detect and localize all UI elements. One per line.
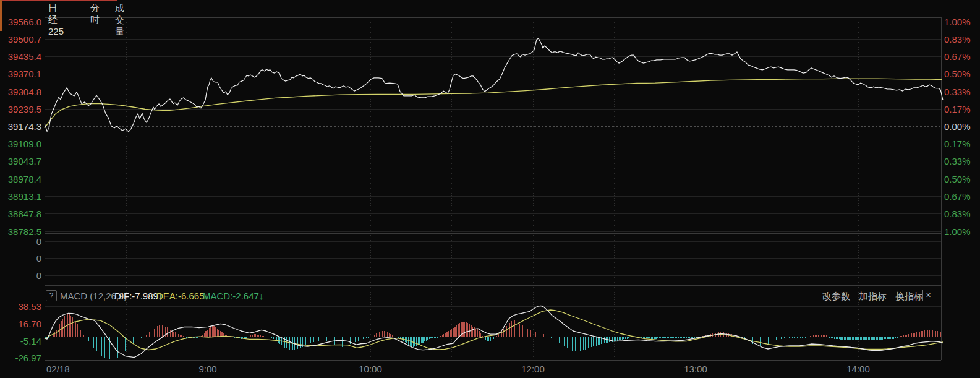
percent-axis-label: 0.83%: [944, 209, 971, 218]
percent-axis-label: 0.50%: [944, 69, 971, 79]
tab-minute-chart[interactable]: 分时: [90, 2, 100, 26]
dea-value-label: DEA:-6.665↓: [156, 291, 209, 301]
time-axis-label: 02/18: [46, 364, 70, 374]
time-axis-label: 9:00: [198, 364, 216, 374]
price-axis-label: 39370.1: [0, 69, 41, 79]
macd-toolbar: 改参数加指标换指标: [822, 291, 932, 303]
switch-indicator-button[interactable]: 换指标: [895, 291, 923, 301]
macd-axis-label: -26.97: [0, 353, 41, 363]
macd-header-bar: ? MACD (12,26,9) DIF:-7.989↓ DEA:-6.665↓…: [0, 286, 980, 304]
percent-axis-label: 0.67%: [944, 192, 971, 201]
percent-axis-label: 0.33%: [944, 157, 971, 166]
time-axis-label: 10:00: [359, 364, 382, 374]
price-axis-label: 39239.5: [0, 105, 41, 114]
volume-axis-label: 0: [0, 271, 41, 280]
time-axis-label: 13:00: [684, 364, 707, 374]
price-axis-label: 39566.0: [0, 17, 41, 27]
percent-axis-label: 0.17%: [944, 139, 971, 148]
price-axis-label: 39435.4: [0, 52, 41, 61]
percent-axis-label: 0.50%: [944, 174, 971, 184]
change-params-button[interactable]: 改参数: [822, 291, 850, 301]
percent-axis-label: 1.00%: [944, 227, 971, 236]
percent-axis-label: 0.83%: [944, 35, 971, 44]
price-axis-label: 39500.7: [0, 35, 41, 44]
price-axis-label: 38913.1: [0, 192, 41, 201]
chart-canvas[interactable]: [0, 0, 980, 378]
price-axis-label: 38847.8: [0, 209, 41, 218]
time-axis-label: 14:00: [846, 364, 870, 374]
instrument-name: 日经225: [48, 2, 64, 37]
percent-axis-label: 0.17%: [944, 105, 971, 114]
time-axis-label: 12:00: [521, 364, 545, 374]
price-axis-label: 39304.8: [0, 87, 41, 97]
tab-volume[interactable]: 成交量: [115, 2, 124, 38]
volume-axis-label: 0: [0, 237, 41, 246]
intraday-chart-app: 日经225 分时 成交量 39566.039500.739435.439370.…: [0, 0, 980, 378]
price-axis-label: 38978.4: [0, 174, 41, 184]
close-icon[interactable]: ×: [922, 290, 934, 301]
add-indicator-button[interactable]: 加指标: [859, 291, 887, 301]
percent-axis-label: 0.00%: [944, 122, 971, 131]
price-axis-label: 39109.0: [0, 139, 41, 148]
volume-axis-label: 0: [0, 254, 41, 263]
dif-value-label: DIF:-7.989↓: [114, 291, 163, 301]
help-icon[interactable]: ?: [46, 290, 57, 301]
percent-axis-label: 1.00%: [944, 17, 971, 27]
price-axis-label: 39043.7: [0, 157, 41, 166]
macd-axis-label: -5.14: [0, 337, 41, 346]
percent-axis-label: 0.33%: [944, 87, 971, 97]
price-axis-label: 38782.5: [0, 227, 41, 236]
macd-axis-label: 16.70: [0, 319, 41, 329]
price-axis-label: 39174.3: [0, 122, 41, 131]
percent-axis-label: 0.67%: [944, 52, 971, 61]
macd-value-label: MACD:-2.647↓: [203, 291, 263, 301]
